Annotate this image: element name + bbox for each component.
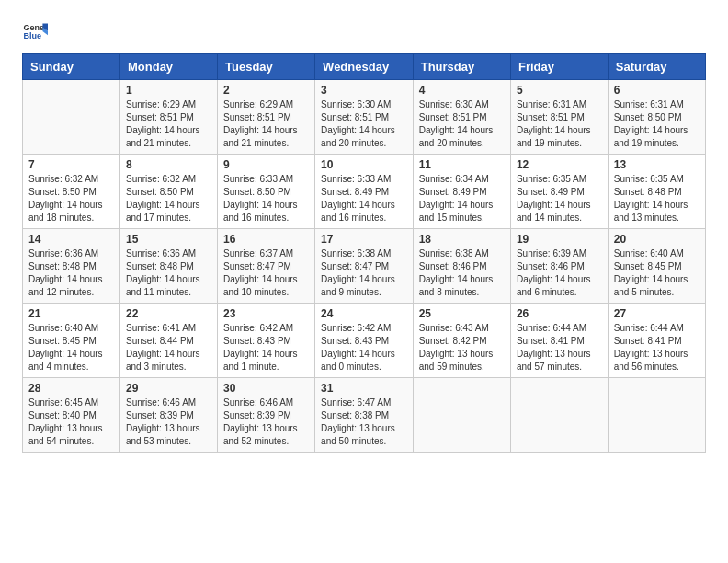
calendar-cell: 7Sunrise: 6:32 AM Sunset: 8:50 PM Daylig… — [23, 155, 120, 229]
day-number: 31 — [321, 382, 407, 395]
calendar-cell: 27Sunrise: 6:44 AM Sunset: 8:41 PM Dayli… — [608, 304, 705, 378]
calendar-cell: 22Sunrise: 6:41 AM Sunset: 8:44 PM Dayli… — [119, 304, 217, 378]
day-number: 6 — [614, 84, 700, 97]
day-number: 26 — [517, 307, 602, 320]
day-info: Sunrise: 6:47 AM Sunset: 8:38 PM Dayligh… — [321, 396, 407, 448]
day-info: Sunrise: 6:30 AM Sunset: 8:51 PM Dayligh… — [419, 98, 505, 150]
calendar-cell: 6Sunrise: 6:31 AM Sunset: 8:50 PM Daylig… — [608, 80, 705, 155]
calendar-cell: 29Sunrise: 6:46 AM Sunset: 8:39 PM Dayli… — [119, 378, 217, 453]
calendar-week-row: 7Sunrise: 6:32 AM Sunset: 8:50 PM Daylig… — [23, 155, 706, 229]
day-number: 5 — [517, 84, 602, 97]
calendar-cell — [608, 378, 705, 453]
calendar-cell — [510, 378, 608, 453]
day-info: Sunrise: 6:40 AM Sunset: 8:45 PM Dayligh… — [28, 322, 114, 373]
calendar-header-row: SundayMondayTuesdayWednesdayThursdayFrid… — [23, 54, 706, 80]
svg-text:Blue: Blue — [23, 31, 41, 40]
logo-icon: General Blue — [22, 18, 48, 44]
day-info: Sunrise: 6:38 AM Sunset: 8:47 PM Dayligh… — [321, 247, 407, 299]
day-info: Sunrise: 6:30 AM Sunset: 8:51 PM Dayligh… — [321, 98, 407, 150]
day-info: Sunrise: 6:32 AM Sunset: 8:50 PM Dayligh… — [126, 173, 211, 224]
calendar-cell: 2Sunrise: 6:29 AM Sunset: 8:51 PM Daylig… — [218, 80, 315, 155]
header: General Blue — [22, 18, 706, 44]
calendar-cell: 20Sunrise: 6:40 AM Sunset: 8:45 PM Dayli… — [608, 229, 705, 304]
calendar-cell: 1Sunrise: 6:29 AM Sunset: 8:51 PM Daylig… — [119, 80, 217, 155]
day-number: 19 — [517, 233, 602, 246]
day-info: Sunrise: 6:31 AM Sunset: 8:50 PM Dayligh… — [614, 98, 700, 150]
day-number: 18 — [419, 233, 505, 246]
day-number: 15 — [126, 233, 211, 246]
calendar-cell: 23Sunrise: 6:42 AM Sunset: 8:43 PM Dayli… — [218, 304, 315, 378]
calendar: SundayMondayTuesdayWednesdayThursdayFrid… — [22, 53, 706, 453]
day-info: Sunrise: 6:36 AM Sunset: 8:48 PM Dayligh… — [28, 247, 114, 299]
day-number: 21 — [28, 307, 114, 320]
calendar-cell: 21Sunrise: 6:40 AM Sunset: 8:45 PM Dayli… — [23, 304, 120, 378]
calendar-week-row: 14Sunrise: 6:36 AM Sunset: 8:48 PM Dayli… — [23, 229, 706, 304]
calendar-week-row: 28Sunrise: 6:45 AM Sunset: 8:40 PM Dayli… — [23, 378, 706, 453]
day-number: 1 — [126, 84, 211, 97]
day-number: 9 — [223, 158, 309, 171]
header-day-tuesday: Tuesday — [218, 54, 315, 80]
day-info: Sunrise: 6:46 AM Sunset: 8:39 PM Dayligh… — [223, 396, 309, 448]
day-number: 30 — [223, 382, 309, 395]
calendar-cell: 18Sunrise: 6:38 AM Sunset: 8:46 PM Dayli… — [413, 229, 510, 304]
day-number: 12 — [517, 158, 602, 171]
day-info: Sunrise: 6:44 AM Sunset: 8:41 PM Dayligh… — [517, 322, 602, 373]
calendar-cell: 17Sunrise: 6:38 AM Sunset: 8:47 PM Dayli… — [315, 229, 414, 304]
calendar-cell: 14Sunrise: 6:36 AM Sunset: 8:48 PM Dayli… — [23, 229, 120, 304]
day-info: Sunrise: 6:46 AM Sunset: 8:39 PM Dayligh… — [126, 396, 211, 448]
header-day-friday: Friday — [510, 54, 608, 80]
day-number: 22 — [126, 307, 211, 320]
day-info: Sunrise: 6:38 AM Sunset: 8:46 PM Dayligh… — [419, 247, 505, 299]
calendar-cell: 13Sunrise: 6:35 AM Sunset: 8:48 PM Dayli… — [608, 155, 705, 229]
day-info: Sunrise: 6:41 AM Sunset: 8:44 PM Dayligh… — [126, 322, 211, 373]
calendar-cell: 3Sunrise: 6:30 AM Sunset: 8:51 PM Daylig… — [315, 80, 414, 155]
calendar-cell: 25Sunrise: 6:43 AM Sunset: 8:42 PM Dayli… — [413, 304, 510, 378]
day-info: Sunrise: 6:33 AM Sunset: 8:49 PM Dayligh… — [321, 173, 407, 224]
calendar-week-row: 21Sunrise: 6:40 AM Sunset: 8:45 PM Dayli… — [23, 304, 706, 378]
day-number: 13 — [614, 158, 700, 171]
day-number: 29 — [126, 382, 211, 395]
calendar-cell — [413, 378, 510, 453]
day-number: 7 — [28, 158, 114, 171]
header-day-saturday: Saturday — [608, 54, 705, 80]
day-info: Sunrise: 6:29 AM Sunset: 8:51 PM Dayligh… — [223, 98, 309, 150]
day-info: Sunrise: 6:37 AM Sunset: 8:47 PM Dayligh… — [223, 247, 309, 299]
day-number: 28 — [28, 382, 114, 395]
calendar-cell — [23, 80, 120, 155]
calendar-cell: 15Sunrise: 6:36 AM Sunset: 8:48 PM Dayli… — [119, 229, 217, 304]
calendar-cell: 28Sunrise: 6:45 AM Sunset: 8:40 PM Dayli… — [23, 378, 120, 453]
day-number: 25 — [419, 307, 505, 320]
day-number: 10 — [321, 158, 407, 171]
calendar-cell: 30Sunrise: 6:46 AM Sunset: 8:39 PM Dayli… — [218, 378, 315, 453]
calendar-cell: 4Sunrise: 6:30 AM Sunset: 8:51 PM Daylig… — [413, 80, 510, 155]
day-info: Sunrise: 6:29 AM Sunset: 8:51 PM Dayligh… — [126, 98, 211, 150]
day-info: Sunrise: 6:31 AM Sunset: 8:51 PM Dayligh… — [517, 98, 602, 150]
calendar-cell: 5Sunrise: 6:31 AM Sunset: 8:51 PM Daylig… — [510, 80, 608, 155]
calendar-cell: 31Sunrise: 6:47 AM Sunset: 8:38 PM Dayli… — [315, 378, 414, 453]
day-info: Sunrise: 6:40 AM Sunset: 8:45 PM Dayligh… — [614, 247, 700, 299]
day-number: 17 — [321, 233, 407, 246]
calendar-cell: 26Sunrise: 6:44 AM Sunset: 8:41 PM Dayli… — [510, 304, 608, 378]
header-day-monday: Monday — [119, 54, 217, 80]
header-day-thursday: Thursday — [413, 54, 510, 80]
calendar-cell: 12Sunrise: 6:35 AM Sunset: 8:49 PM Dayli… — [510, 155, 608, 229]
day-info: Sunrise: 6:35 AM Sunset: 8:48 PM Dayligh… — [614, 173, 700, 224]
day-info: Sunrise: 6:39 AM Sunset: 8:46 PM Dayligh… — [517, 247, 602, 299]
day-info: Sunrise: 6:34 AM Sunset: 8:49 PM Dayligh… — [419, 173, 505, 224]
logo: General Blue — [22, 18, 48, 44]
calendar-cell: 8Sunrise: 6:32 AM Sunset: 8:50 PM Daylig… — [119, 155, 217, 229]
day-info: Sunrise: 6:44 AM Sunset: 8:41 PM Dayligh… — [614, 322, 700, 373]
day-number: 23 — [223, 307, 309, 320]
calendar-cell: 9Sunrise: 6:33 AM Sunset: 8:50 PM Daylig… — [218, 155, 315, 229]
day-number: 14 — [28, 233, 114, 246]
day-info: Sunrise: 6:43 AM Sunset: 8:42 PM Dayligh… — [419, 322, 505, 373]
day-number: 4 — [419, 84, 505, 97]
calendar-cell: 16Sunrise: 6:37 AM Sunset: 8:47 PM Dayli… — [218, 229, 315, 304]
day-info: Sunrise: 6:32 AM Sunset: 8:50 PM Dayligh… — [28, 173, 114, 224]
day-info: Sunrise: 6:42 AM Sunset: 8:43 PM Dayligh… — [223, 322, 309, 373]
day-info: Sunrise: 6:45 AM Sunset: 8:40 PM Dayligh… — [28, 396, 114, 448]
calendar-cell: 24Sunrise: 6:42 AM Sunset: 8:43 PM Dayli… — [315, 304, 414, 378]
header-day-wednesday: Wednesday — [315, 54, 414, 80]
calendar-week-row: 1Sunrise: 6:29 AM Sunset: 8:51 PM Daylig… — [23, 80, 706, 155]
day-info: Sunrise: 6:42 AM Sunset: 8:43 PM Dayligh… — [321, 322, 407, 373]
